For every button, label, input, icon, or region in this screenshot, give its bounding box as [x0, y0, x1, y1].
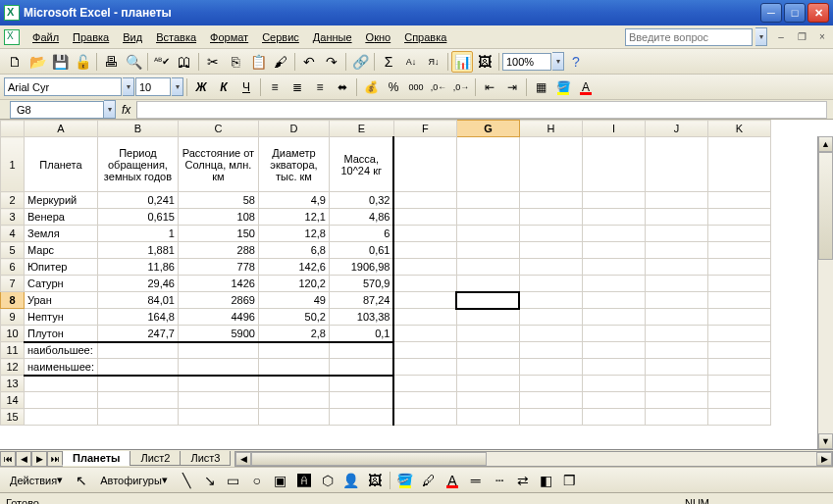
- cell-K10[interactable]: [707, 326, 770, 342]
- cell-G5[interactable]: [456, 242, 519, 259]
- row-header-5[interactable]: 5: [1, 242, 25, 259]
- shape-font-color-icon[interactable]: A: [442, 470, 463, 491]
- textbox-icon[interactable]: ▣: [270, 470, 291, 491]
- print-icon[interactable]: 🖶: [100, 51, 122, 73]
- cell-I6[interactable]: [582, 259, 645, 276]
- cell-C12[interactable]: [178, 359, 258, 376]
- cell-J5[interactable]: [645, 242, 707, 259]
- tab-prev-icon[interactable]: ◀: [16, 451, 31, 467]
- cell-I14[interactable]: [582, 392, 645, 409]
- row-header-1[interactable]: 1: [1, 137, 25, 192]
- cell-F9[interactable]: [393, 309, 456, 326]
- cell-E4[interactable]: 6: [329, 226, 393, 242]
- cell-C9[interactable]: 4496: [178, 309, 258, 326]
- cell-I13[interactable]: [582, 376, 645, 392]
- cell-D5[interactable]: 6,8: [258, 242, 329, 259]
- cell-I12[interactable]: [582, 359, 645, 376]
- cell-C2[interactable]: 58: [178, 192, 258, 209]
- cell-A12[interactable]: наименьшее:: [25, 359, 98, 376]
- line-style-icon[interactable]: ═: [465, 470, 487, 491]
- merge-center-icon[interactable]: ⬌: [332, 76, 353, 98]
- cell-D4[interactable]: 12,8: [258, 226, 329, 242]
- cell-J14[interactable]: [645, 392, 707, 409]
- cell-A11[interactable]: наибольшее:: [25, 342, 98, 359]
- currency-icon[interactable]: 💰: [360, 76, 382, 98]
- zoom-box[interactable]: 100%: [502, 53, 551, 71]
- cell-K3[interactable]: [707, 209, 770, 226]
- formula-input[interactable]: [136, 101, 827, 119]
- cell-A10[interactable]: Плутон: [25, 326, 98, 342]
- font-name-box[interactable]: Arial Cyr: [4, 77, 122, 96]
- cell-C8[interactable]: 2869: [178, 292, 258, 309]
- oval-icon[interactable]: ○: [246, 470, 268, 491]
- cell-B14[interactable]: [97, 392, 178, 409]
- cell-C3[interactable]: 108: [178, 209, 258, 226]
- cell-I10[interactable]: [582, 326, 645, 342]
- tab-last-icon[interactable]: ⏭: [47, 451, 63, 467]
- chart-icon[interactable]: 📊: [451, 51, 473, 73]
- cell-J11[interactable]: [645, 342, 707, 359]
- row-header-11[interactable]: 11: [1, 342, 25, 359]
- decrease-indent-icon[interactable]: ⇤: [479, 76, 500, 98]
- menu-file[interactable]: Файл: [26, 28, 66, 46]
- paste-icon[interactable]: 📋: [247, 51, 269, 73]
- font-name-dropdown[interactable]: ▾: [123, 77, 134, 96]
- cell-F10[interactable]: [393, 326, 456, 342]
- cell-J7[interactable]: [645, 276, 707, 292]
- cell-J12[interactable]: [645, 359, 707, 376]
- cell-C10[interactable]: 5900: [178, 326, 258, 342]
- cell-I4[interactable]: [582, 226, 645, 242]
- permission-icon[interactable]: 🔓: [72, 51, 93, 73]
- cell-H8[interactable]: [519, 292, 582, 309]
- cell-J15[interactable]: [645, 409, 707, 426]
- cell-E8[interactable]: 87,24: [329, 292, 393, 309]
- cell-J1[interactable]: [645, 137, 707, 192]
- cell-D10[interactable]: 2,8: [258, 326, 329, 342]
- cell-C14[interactable]: [178, 392, 258, 409]
- row-header-7[interactable]: 7: [1, 276, 25, 292]
- row-header-12[interactable]: 12: [1, 359, 25, 376]
- cell-E15[interactable]: [329, 409, 393, 426]
- cell-I5[interactable]: [582, 242, 645, 259]
- cell-H1[interactable]: [519, 137, 582, 192]
- cell-E3[interactable]: 4,86: [329, 209, 393, 226]
- workbook-icon[interactable]: [4, 29, 20, 45]
- cell-F7[interactable]: [393, 276, 456, 292]
- cell-E6[interactable]: 1906,98: [329, 259, 393, 276]
- cell-H15[interactable]: [519, 409, 582, 426]
- cell-I8[interactable]: [582, 292, 645, 309]
- sort-desc-icon[interactable]: Я↓: [423, 51, 444, 73]
- cell-E10[interactable]: 0,1: [329, 326, 393, 342]
- cell-A14[interactable]: [25, 392, 98, 409]
- cell-K4[interactable]: [707, 226, 770, 242]
- cell-H2[interactable]: [519, 192, 582, 209]
- cell-I3[interactable]: [582, 209, 645, 226]
- font-size-dropdown[interactable]: ▾: [172, 77, 183, 96]
- menu-window[interactable]: Окно: [359, 28, 398, 46]
- cell-B1[interactable]: Период обращения, земных годов: [97, 137, 178, 192]
- drawing-icon[interactable]: 🖼: [474, 51, 495, 73]
- cell-D7[interactable]: 120,2: [258, 276, 329, 292]
- col-header-G[interactable]: G: [456, 121, 519, 137]
- cell-B3[interactable]: 0,615: [97, 209, 178, 226]
- font-size-box[interactable]: 10: [135, 77, 171, 96]
- cell-K13[interactable]: [707, 376, 770, 392]
- cell-D11[interactable]: [258, 342, 329, 359]
- row-header-10[interactable]: 10: [1, 326, 25, 342]
- cell-B6[interactable]: 11,86: [97, 259, 178, 276]
- cell-K1[interactable]: [707, 137, 770, 192]
- research-icon[interactable]: 🕮: [174, 51, 195, 73]
- shadow-icon[interactable]: ◧: [536, 470, 557, 491]
- cell-E1[interactable]: Масса, 10^24 кг: [329, 137, 393, 192]
- cell-A1[interactable]: Планета: [25, 137, 98, 192]
- cell-K15[interactable]: [707, 409, 770, 426]
- cell-K9[interactable]: [707, 309, 770, 326]
- increase-decimal-icon[interactable]: ,0←: [428, 76, 449, 98]
- line-icon[interactable]: ╲: [176, 470, 197, 491]
- row-header-14[interactable]: 14: [1, 392, 25, 409]
- cell-J3[interactable]: [645, 209, 707, 226]
- cell-G13[interactable]: [456, 376, 519, 392]
- cell-D2[interactable]: 4,9: [258, 192, 329, 209]
- save-icon[interactable]: 💾: [49, 51, 71, 73]
- fill-color-icon[interactable]: 🪣: [552, 76, 574, 98]
